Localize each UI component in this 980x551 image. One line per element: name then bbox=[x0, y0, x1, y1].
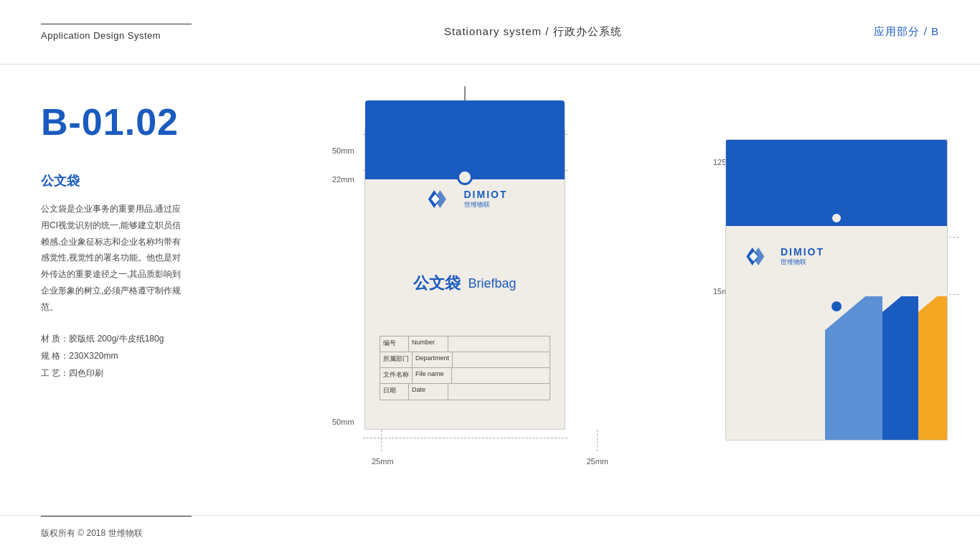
logo-text-en: DIMIOT bbox=[464, 189, 508, 200]
center-panel: 50mm 22mm 50mm 25mm 25mm bbox=[222, 65, 707, 515]
form-row-filename: 文件名称 File name bbox=[380, 368, 550, 384]
form-label-dept-cn: 所属部门 bbox=[380, 352, 413, 367]
envelope-title-cn: 公文袋 bbox=[413, 273, 461, 294]
envelope-clasp bbox=[457, 169, 473, 185]
size-spec: 规 格：230X320mm bbox=[41, 347, 182, 364]
main-content: B-01.02 公文袋 公文袋是企业事务的重要用品,通过应用CI视觉识别的统一,… bbox=[0, 65, 980, 515]
header-top-line bbox=[41, 24, 192, 24]
material-spec: 材 质：胶版纸 200g/牛皮纸180g bbox=[41, 330, 182, 347]
envelope-3d-logo: DIMIOT 世维物联 bbox=[740, 244, 824, 269]
form-value-number bbox=[448, 336, 550, 352]
form-label-number-cn: 编号 bbox=[380, 336, 409, 352]
header-title: Application Design System bbox=[41, 30, 192, 41]
form-row-dept: 所属部门 Department bbox=[380, 352, 550, 368]
stripe-container bbox=[726, 296, 947, 440]
envelope-form: 编号 Number 所属部门 Department 文件名称 File name bbox=[380, 336, 550, 400]
logo-text-cn: 世维物联 bbox=[464, 200, 490, 209]
brand-logo-icon bbox=[423, 187, 458, 212]
dim-vline-left bbox=[381, 430, 382, 451]
form-value-dept bbox=[453, 352, 550, 367]
stripe-blue-light bbox=[825, 296, 882, 440]
dim-top-label: 50mm bbox=[332, 146, 354, 155]
envelope-logo-area: DIMIOT 世维物联 bbox=[423, 187, 508, 212]
right-panel: 125mm 15mm bbox=[707, 65, 980, 515]
form-value-date bbox=[448, 384, 550, 400]
form-row-number: 编号 Number bbox=[380, 336, 550, 352]
footer-copyright: 版权所有 © 2018 世维物联 bbox=[41, 527, 143, 540]
craft-spec: 工 艺：四色印刷 bbox=[41, 364, 182, 382]
header: Application Design System Stationary sys… bbox=[0, 0, 980, 65]
section-title: 公文袋 bbox=[41, 172, 182, 189]
main-diagram: 50mm 22mm 50mm 25mm 25mm bbox=[307, 107, 623, 480]
header-left: Application Design System bbox=[41, 24, 192, 41]
code-title: B-01.02 bbox=[41, 100, 182, 143]
envelope-flap bbox=[365, 100, 565, 179]
footer-line bbox=[41, 516, 192, 517]
form-label-date-en: Date bbox=[409, 384, 448, 400]
description: 公文袋是企业事务的重要用品,通过应用CI视觉识别的统一,能够建立职员信赖感,企业… bbox=[41, 201, 182, 316]
envelope-3d: DIMIOT 世维物联 bbox=[725, 139, 948, 441]
envelope-front: DIMIOT 世维物联 公文袋 Briefbag 编号 Number bbox=[364, 128, 565, 430]
brand-logo-3d-cn: 世维物联 bbox=[781, 258, 824, 267]
envelope-title-en: Briefbag bbox=[468, 276, 516, 291]
left-panel: B-01.02 公文袋 公文袋是企业事务的重要用品,通过应用CI视觉识别的统一,… bbox=[0, 65, 222, 515]
footer: 版权所有 © 2018 世维物联 bbox=[0, 515, 980, 551]
form-label-filename-en: File name bbox=[413, 368, 452, 383]
dim-vline-right bbox=[597, 430, 598, 451]
form-value-filename bbox=[452, 368, 550, 383]
brand-logo-3d-text: DIMIOT bbox=[781, 246, 824, 258]
envelope-title: 公文袋 Briefbag bbox=[413, 273, 516, 294]
form-row-date: 日期 Date bbox=[380, 384, 550, 400]
dim-left-label: 25mm bbox=[372, 457, 394, 466]
form-label-dept-en: Department bbox=[413, 352, 453, 367]
form-label-number-en: Number bbox=[409, 336, 448, 352]
envelope-3d-clasp-upper bbox=[830, 212, 843, 225]
header-right: 应用部分 / B bbox=[874, 25, 939, 39]
form-label-date-cn: 日期 bbox=[380, 384, 409, 400]
dim-mid-label: 22mm bbox=[332, 175, 354, 184]
dim-line-bottom bbox=[363, 438, 567, 438]
form-label-filename-cn: 文件名称 bbox=[380, 368, 413, 383]
header-center: Stationary system / 行政办公系统 bbox=[444, 25, 622, 39]
dim-bottom-label: 50mm bbox=[332, 418, 354, 426]
dim-right-label: 25mm bbox=[586, 457, 608, 466]
brand-logo-3d-icon bbox=[740, 244, 776, 269]
